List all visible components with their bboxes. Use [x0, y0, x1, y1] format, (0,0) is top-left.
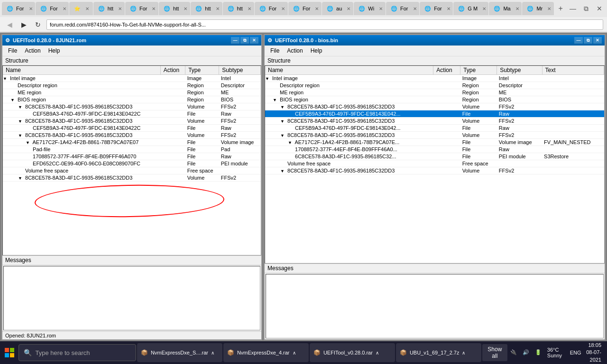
tab-4[interactable]: 🌐 htt ✕	[93, 2, 125, 15]
left-minimize-button[interactable]: —	[231, 37, 239, 44]
left-tree-row[interactable]: CEF5B9A3-476D-497F-9FDC-E98143E0422C Fil…	[3, 125, 261, 132]
left-close-button[interactable]: ✕	[250, 37, 258, 44]
tab-13[interactable]: 🌐 For ✕	[386, 2, 419, 15]
tab-11-close[interactable]: ✕	[347, 6, 350, 11]
left-tree-row[interactable]: ▼ BIOS region Region BIOS	[3, 96, 261, 103]
tab-10[interactable]: 🌐 For ✕	[288, 2, 322, 15]
tab-close-icon[interactable]: ✕	[594, 3, 605, 14]
show-all-button[interactable]: Show all	[482, 344, 507, 361]
right-tree-row[interactable]: ▼ 8C8CE578-8A3D-4F1C-9935-896185C32DD3 V…	[265, 103, 604, 110]
new-tab-button[interactable]: +	[554, 2, 567, 15]
right-tree-row[interactable]: ▼ AE717C2F-1A42-4F2B-8861-78B79CA07E... …	[265, 139, 604, 146]
left-restore-button[interactable]: ⧉	[240, 37, 249, 44]
taskbar-search[interactable]: 🔍 Type here to search	[18, 344, 136, 361]
left-tree-row[interactable]: Pad-file File Pad	[3, 146, 261, 153]
right-tree-row[interactable]: Volume free space Free space	[265, 160, 604, 167]
tab-3[interactable]: ⭐ ✕	[69, 2, 92, 15]
address-bar[interactable]	[46, 19, 603, 30]
left-tree-row[interactable]: CEF5B9A3-476D-497F-9FDC-E98143E0422C Fil…	[3, 110, 261, 118]
right-tree-row[interactable]: ME region Region ME	[265, 89, 604, 96]
tab-restore-icon[interactable]: ⧉	[580, 3, 592, 14]
left-tree-row[interactable]: 17088572-377F-44FF-8F4E-B09FFF46A070 Fil…	[3, 153, 261, 160]
right-tree-row[interactable]: ▼ BIOS region Region BIOS	[265, 96, 604, 103]
tab-3-close[interactable]: ✕	[85, 6, 89, 11]
tab-12[interactable]: 🌐 Wi ✕	[354, 2, 386, 15]
refresh-button[interactable]: ↻	[32, 19, 44, 30]
tab-1-close[interactable]: ✕	[29, 6, 33, 11]
left-tree-row[interactable]: ME region Region ME	[3, 89, 261, 96]
left-tree-row[interactable]: ▼ 8C8CE578-8A3D-4F1C-9935-896185C32DD3 V…	[3, 174, 261, 182]
taskbar-item-3[interactable]: 📦 UEFITool_v0.28.0.rar ∧	[310, 343, 395, 362]
tab-minimize-icon[interactable]: —	[567, 3, 579, 14]
start-button[interactable]	[2, 343, 18, 362]
tab-9-close[interactable]: ✕	[281, 6, 285, 11]
right-tree-row[interactable]: ▼ 8C8CE578-8A3D-4F1C-9935-896185C32DD3 V…	[265, 167, 604, 174]
right-tree-row[interactable]: 17088572-377F-44EF-8F4E-B09FFF46A0... Fi…	[265, 146, 604, 153]
taskbar-item-4-chevron: ∧	[462, 350, 465, 355]
right-tree-row[interactable]: CEF5B9A3-476D-497F-9FDC-E98143E042... Fi…	[265, 110, 604, 118]
tab-17-close[interactable]: ✕	[547, 6, 551, 11]
left-tree-row[interactable]: Descriptor region Region Descriptor	[3, 82, 261, 89]
tab-6[interactable]: 🌐 htt ✕	[159, 2, 190, 15]
tab-17[interactable]: 🌐 Mr ✕	[522, 2, 554, 15]
right-close-button[interactable]: ✕	[593, 37, 602, 44]
tab-8[interactable]: 🌐 htt ✕	[223, 2, 254, 15]
tab-12-close[interactable]: ✕	[379, 6, 383, 11]
tab-5[interactable]: 🌐 For ✕	[125, 2, 158, 15]
tab-9[interactable]: 🌐 For ✕	[255, 2, 288, 15]
taskbar-item-2[interactable]: 📦 NvmExpressDxe_4.rar ∧	[223, 343, 309, 362]
tab-15-close[interactable]: ✕	[482, 6, 486, 11]
left-menu-help[interactable]: Help	[45, 46, 64, 55]
tab-14[interactable]: 🌐 For ✕	[420, 2, 453, 15]
tray-battery-icon[interactable]: 🔋	[533, 348, 543, 356]
tray-volume-icon[interactable]: 🔊	[521, 348, 531, 356]
left-menu-action[interactable]: Action	[21, 46, 44, 55]
right-tree-row[interactable]: CEF5B9A3-476D-497F-9FDC-E98143E042... Fi…	[265, 125, 604, 132]
tab-14-close[interactable]: ✕	[447, 6, 451, 11]
tab-15[interactable]: 🌐 G M ✕	[453, 2, 488, 15]
right-menu-help[interactable]: Help	[307, 46, 326, 55]
tab-6-close[interactable]: ✕	[184, 6, 187, 11]
taskbar-item-1[interactable]: 📦 NvmExpressDxe_S....rar ∧	[137, 343, 222, 362]
tab-4-close[interactable]: ✕	[118, 6, 122, 11]
left-tree-row[interactable]: Volume free space Free space	[3, 167, 261, 174]
left-tree-row[interactable]: ▼ 8C8CE578-8A3D-4F1C-9935-896185C32DD3 V…	[3, 103, 261, 110]
left-tree-row[interactable]: ▼ 8C8CE578-8A3D-4F1C-9935-896185C32DD3 V…	[3, 118, 261, 125]
tab-11[interactable]: 🌐 au ✕	[322, 2, 353, 15]
left-menu-file[interactable]: File	[4, 46, 21, 55]
tab-8-close[interactable]: ✕	[248, 6, 251, 11]
left-tree-row[interactable]: ▼ Intel image Image Intel	[3, 75, 261, 82]
tab-10-close[interactable]: ✕	[315, 6, 319, 11]
tab-16[interactable]: 🌐 Ma ✕	[489, 2, 522, 15]
taskbar-item-1-chevron: ∧	[211, 350, 214, 355]
right-menu-action[interactable]: Action	[283, 46, 306, 55]
back-button[interactable]: ◀	[4, 19, 15, 30]
tab-2-close[interactable]: ✕	[63, 6, 66, 11]
tray-network-icon[interactable]: 🔌	[508, 348, 519, 356]
left-tree-row[interactable]: ▼ 8C8CE578-8A3D-4F1C-9935-896185C32DD3 V…	[3, 132, 261, 139]
right-tree-row[interactable]: ▼ 8C8CE578-8A3D-4F1C-9935-896185C32DD3 V…	[265, 118, 604, 125]
tab-16-close[interactable]: ✕	[515, 6, 519, 11]
right-tree-row[interactable]: ▼ Intel image Image Intel	[265, 75, 604, 82]
tab-13-close[interactable]: ✕	[413, 6, 417, 11]
tab-2-label: For	[50, 6, 58, 11]
left-tree-row[interactable]: EFD652CC-0E99-40F0-96C0-E08C089070FC Fil…	[3, 160, 261, 167]
tab-1[interactable]: 🌐 For ✕	[2, 2, 35, 15]
right-tree-row[interactable]: Descriptor region Region Descriptor	[265, 82, 604, 89]
tab-7[interactable]: 🌐 htt ✕	[191, 2, 222, 15]
right-tree-row[interactable]: ▼ 8C8CE578-8A3D-4F1C-9935-896185C32DD3 V…	[265, 132, 604, 139]
taskbar-clock[interactable]: 18:05 08-07-2021	[585, 342, 601, 364]
left-tree-area[interactable]: Name Action Type Subtype ▼ Intel image I…	[2, 65, 261, 255]
right-minimize-button[interactable]: —	[574, 37, 583, 44]
left-tree-row[interactable]: ▼ AE717C2F-1A42-4F2B-8861-78B79CA07E07 F…	[3, 139, 261, 146]
right-tree-area[interactable]: Name Action Type Subtype Text ▼ Intel im…	[265, 65, 605, 264]
taskbar-item-4[interactable]: 📦 UBU_v1_69_17_2.7z ∧	[396, 343, 481, 362]
right-menu-file[interactable]: File	[267, 46, 283, 55]
tab-2[interactable]: 🌐 For ✕	[36, 2, 69, 15]
tab-7-close[interactable]: ✕	[216, 6, 220, 11]
tab-5-close[interactable]: ✕	[152, 6, 156, 11]
tray-language[interactable]: ENG	[568, 349, 583, 356]
forward-button[interactable]: ▶	[18, 19, 29, 30]
right-tree-row[interactable]: 6C8CE578-8A3D-4F1C-9935-896185C32... Fil…	[265, 153, 604, 160]
right-restore-button[interactable]: ⧉	[584, 37, 592, 44]
